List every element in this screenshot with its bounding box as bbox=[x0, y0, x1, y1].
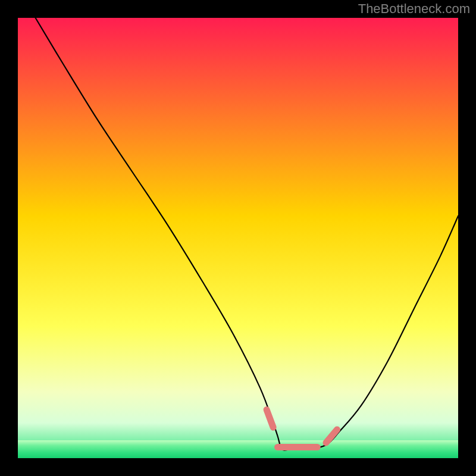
watermark-text: TheBottleneck.com bbox=[358, 1, 470, 17]
bottleneck-chart bbox=[0, 0, 476, 476]
plot-background bbox=[18, 18, 458, 458]
chart-frame: TheBottleneck.com bbox=[0, 0, 476, 476]
green-band bbox=[18, 440, 458, 458]
